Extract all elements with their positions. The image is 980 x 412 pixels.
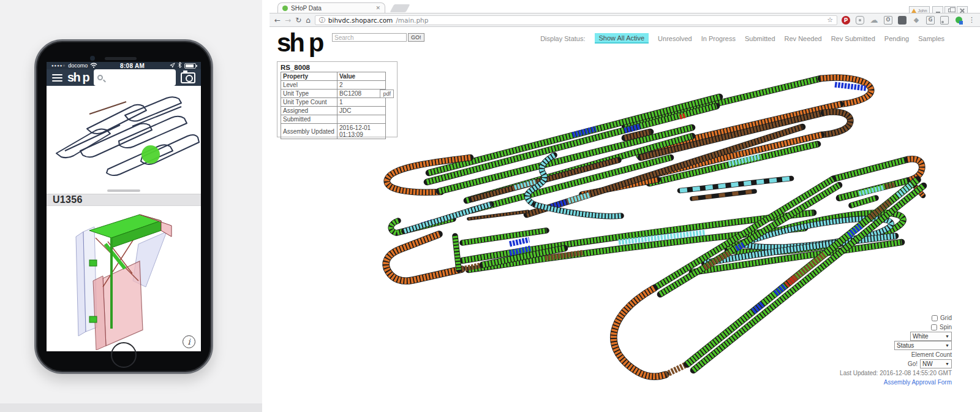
tab-favicon — [282, 6, 288, 11]
hamburger-menu-icon[interactable] — [52, 74, 62, 82]
filter-rev-submitted[interactable]: Rev Submitted — [831, 35, 875, 42]
status-filter-bar: Display Status: Show All Active Unresolv… — [540, 33, 944, 44]
browser-tab[interactable]: SHoP Data ✕ — [277, 2, 385, 13]
bookmark-star-icon[interactable]: ☆ — [827, 16, 833, 24]
signal-dots-icon: ●●●●○ — [51, 64, 66, 67]
quadrant-select[interactable]: NW▼ — [920, 359, 952, 368]
earpiece-speaker — [105, 57, 137, 60]
camera-button[interactable] — [181, 72, 195, 83]
unit-detail-cell[interactable]: i — [47, 206, 201, 351]
phone-status-bar: ●●●●○ docomo 8:08 AM — [47, 62, 201, 69]
new-tab-button[interactable] — [390, 4, 410, 12]
selected-unit-marker — [141, 145, 160, 164]
phone-shop-logo: sh p — [67, 71, 89, 85]
col-header-property: Property — [281, 72, 337, 81]
pinterest-extension-icon[interactable]: P — [842, 16, 850, 25]
table-surface — [0, 403, 262, 412]
color-mode-select[interactable]: Status▼ — [894, 341, 952, 350]
home-button[interactable] — [111, 342, 137, 368]
iphone-device: ●●●●○ docomo 8:08 AM sh p — [34, 39, 213, 374]
reload-icon[interactable]: ↻ — [295, 17, 301, 24]
g-extension-icon[interactable]: G — [926, 16, 935, 25]
search-icon — [97, 75, 103, 80]
site-logo: sh p — [277, 28, 322, 58]
info-icon[interactable]: i — [183, 335, 195, 348]
dark-extension-icon[interactable] — [898, 16, 907, 25]
go-label: Go! — [908, 360, 918, 367]
chevron-down-icon: ▼ — [945, 334, 949, 338]
drag-handle[interactable] — [107, 189, 140, 192]
search-go-button[interactable]: GO! — [408, 33, 424, 42]
filter-rev-needed[interactable]: Rev Needed — [785, 35, 822, 42]
left-gray-panel: ●●●●○ docomo 8:08 AM sh p — [0, 0, 262, 412]
element-count-label: Element Count — [911, 351, 952, 358]
tab-title: SHoP Data — [291, 5, 372, 12]
last-updated-label: Last Updated: 2016-12-08 14:55:20 GMT — [840, 370, 952, 376]
green-extension-icon[interactable] — [954, 16, 963, 25]
display-status-label: Display Status: — [540, 35, 585, 42]
home-icon[interactable]: ⌂ — [306, 17, 311, 24]
chevron-down-icon: ▼ — [945, 362, 949, 366]
extension-icon-1[interactable] — [856, 16, 864, 25]
browser-menu-icon[interactable]: ⋮ — [968, 16, 975, 24]
battery-icon — [184, 63, 196, 69]
filter-pending[interactable]: Pending — [884, 35, 909, 42]
filter-submitted[interactable]: Submitted — [745, 35, 775, 42]
wireframe-model-cell[interactable] — [47, 86, 201, 194]
address-bar[interactable]: ⓘ bihvdc.shoparc.com /main.php ☆ — [315, 15, 837, 25]
url-domain: bihvdc.shoparc.com — [328, 17, 393, 24]
warning-icon — [911, 9, 916, 13]
phone-search-field[interactable] — [94, 69, 176, 86]
location-icon — [170, 63, 175, 69]
site-search-input[interactable] — [332, 33, 407, 42]
phone-screen: ●●●●○ docomo 8:08 AM sh p — [47, 62, 201, 351]
cloud-extension-icon[interactable]: ☁ — [870, 16, 878, 25]
clock-label: 8:08 AM — [97, 63, 167, 69]
browser-toolbar: ← → ↻ ⌂ ⓘ bihvdc.shoparc.com /main.php ☆… — [270, 13, 980, 27]
grid-label: Grid — [940, 315, 952, 321]
filter-show-all-active[interactable]: Show All Active — [595, 33, 649, 44]
o-extension-icon[interactable]: O — [884, 16, 892, 25]
phone-app-header: sh p — [47, 69, 201, 86]
row-property: Assembly Updated — [281, 124, 337, 139]
back-icon[interactable]: ← — [274, 17, 281, 24]
assembly-approval-link[interactable]: Assembly Approval Form — [884, 379, 952, 386]
url-path: /main.php — [396, 17, 428, 24]
row-property: Submitted — [281, 115, 337, 124]
unit-3d-drawing — [47, 206, 201, 350]
filter-in-progress[interactable]: In Progress — [701, 35, 736, 42]
extension-row: P ☁ O ◆ G ⋮ — [842, 16, 975, 25]
row-property: Assigned — [281, 107, 337, 115]
filter-unresolved[interactable]: Unresolved — [658, 35, 692, 42]
profile-name: John — [918, 9, 927, 13]
carrier-label: docomo — [68, 63, 88, 69]
screenshot-stage: ●●●●○ docomo 8:08 AM sh p — [0, 0, 980, 412]
tab-close-icon[interactable]: ✕ — [375, 5, 380, 11]
unit-id-label: U1356 — [53, 194, 83, 205]
unit-label-bar: U1356 — [47, 194, 201, 206]
viewer-controls: Grid Spin White▼ Status▼ Element Count G… — [811, 314, 952, 387]
chrome-browser-window: SHoP Data ✕ John ← → ↻ ⌂ ⓘ bihvdc.shopar… — [270, 0, 980, 412]
row-property: Unit Type Count — [281, 98, 337, 107]
spin-checkbox[interactable] — [931, 324, 937, 330]
wifi-icon — [90, 63, 97, 69]
cast-icon[interactable] — [940, 16, 949, 25]
front-camera-dot — [90, 56, 95, 61]
spin-label: Spin — [940, 324, 952, 330]
bluetooth-icon — [178, 62, 182, 69]
row-property: Level — [281, 81, 337, 90]
page-info-icon[interactable]: ⓘ — [319, 16, 325, 25]
background-select[interactable]: White▼ — [910, 332, 952, 341]
chevron-down-icon: ▼ — [945, 343, 949, 348]
grid-checkbox[interactable] — [932, 315, 938, 321]
wireframe-model-drawing — [47, 86, 201, 191]
shop-data-page: sh p GO! Display Status: Show All Active… — [270, 27, 980, 412]
row-property: Unit Type — [281, 90, 337, 98]
window-title-bar: SHoP Data ✕ John — [270, 0, 980, 12]
forward-icon[interactable]: → — [285, 17, 291, 24]
filter-samples[interactable]: Samples — [918, 35, 944, 42]
droplet-extension-icon[interactable]: ◆ — [912, 16, 921, 25]
